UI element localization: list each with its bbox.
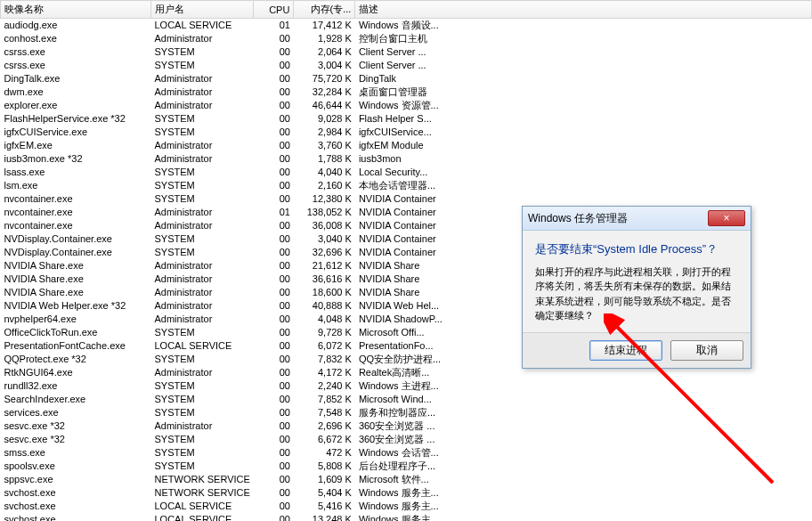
cell: conhost.exe (1, 32, 151, 45)
table-row[interactable]: FlashHelperService.exe *32SYSTEM009,028 … (1, 112, 812, 126)
col-cpu[interactable]: CPU (254, 1, 294, 19)
cell: 9,728 K (294, 326, 355, 339)
table-row[interactable]: services.exeSYSTEM007,548 K服务和控制器应... (1, 406, 812, 419)
cell: SYSTEM (151, 45, 254, 59)
cell: SYSTEM (151, 232, 254, 246)
cell: NVIDIA Web Helper.exe *32 (1, 299, 151, 313)
cell: SYSTEM (151, 326, 254, 339)
cell: 7,852 K (294, 393, 355, 406)
cell: 3,760 K (294, 139, 355, 152)
cell: sesvc.exe *32 (1, 419, 151, 433)
cell: Administrator (151, 85, 254, 99)
cell: iusb3mon.exe *32 (1, 152, 151, 166)
cell: 18,600 K (294, 286, 355, 299)
table-row[interactable]: sesvc.exe *32SYSTEM006,672 K360安全浏览器 ... (1, 433, 812, 446)
col-mem[interactable]: 内存(专... (294, 1, 355, 19)
cancel-button[interactable]: 取消 (670, 340, 743, 361)
cell: 00 (254, 446, 294, 460)
table-row[interactable]: spoolsv.exeSYSTEM005,808 K后台处理程序子... (1, 460, 812, 473)
cell: Flash Helper S... (355, 112, 812, 126)
dialog-titlebar[interactable]: Windows 任务管理器 × (523, 207, 751, 231)
table-row[interactable]: rundll32.exeSYSTEM002,240 KWindows 主进程..… (1, 379, 812, 393)
cell: smss.exe (1, 446, 151, 460)
cell: 00 (254, 393, 294, 406)
col-user[interactable]: 用户名 (151, 1, 254, 19)
cell: 17,412 K (294, 19, 355, 33)
cell: 6,672 K (294, 433, 355, 446)
col-name[interactable]: 映像名称 (1, 1, 151, 19)
table-row[interactable]: lsm.exeSYSTEM002,160 K本地会话管理器... (1, 179, 812, 192)
table-row[interactable]: igfxCUIService.exeSYSTEM002,984 KigfxCUI… (1, 126, 812, 139)
table-row[interactable]: conhost.exeAdministrator001,928 K控制台窗口主机 (1, 32, 812, 45)
cell: SYSTEM (151, 406, 254, 419)
table-row[interactable]: smss.exeSYSTEM00472 KWindows 会话管... (1, 446, 812, 460)
cell: 21,612 K (294, 259, 355, 273)
end-process-button[interactable]: 结束进程 (589, 340, 662, 361)
cell: 本地会话管理器... (355, 179, 812, 192)
cell: 00 (254, 179, 294, 192)
table-row[interactable]: lsass.exeSYSTEM004,040 KLocal Security..… (1, 166, 812, 179)
cell: 1,609 K (294, 473, 355, 486)
cell: NVIDIA Share.exe (1, 259, 151, 273)
cell: 4,172 K (294, 366, 355, 379)
cell: 00 (254, 513, 294, 521)
cell: nvcontainer.exe (1, 219, 151, 232)
table-row[interactable]: dwm.exeAdministrator0032,284 K桌面窗口管理器 (1, 85, 812, 99)
cell: 00 (254, 32, 294, 45)
cell: 00 (254, 419, 294, 433)
cell: NETWORK SERVICE (151, 486, 254, 500)
cell: 6,072 K (294, 339, 355, 353)
cell: 00 (254, 286, 294, 299)
cell: Administrator (151, 152, 254, 166)
table-row[interactable]: nvcontainer.exeSYSTEM0012,380 KNVIDIA Co… (1, 192, 812, 206)
cell: 00 (254, 259, 294, 273)
table-row[interactable]: svchost.exeLOCAL SERVICE0013,248 KWindow… (1, 513, 812, 521)
cell: Administrator (151, 273, 254, 286)
cell: 2,984 K (294, 126, 355, 139)
cell: csrss.exe (1, 45, 151, 59)
cell: NVIDIA Container (355, 192, 812, 206)
table-row[interactable]: explorer.exeAdministrator0046,644 KWindo… (1, 99, 812, 112)
cell: 00 (254, 59, 294, 72)
table-row[interactable]: csrss.exeSYSTEM002,064 KClient Server ..… (1, 45, 812, 59)
cell: 00 (254, 366, 294, 379)
cell: svchost.exe (1, 486, 151, 500)
close-icon[interactable]: × (708, 210, 745, 226)
col-desc[interactable]: 描述 (355, 1, 812, 19)
cell: 00 (254, 379, 294, 393)
cell: 2,240 K (294, 379, 355, 393)
cell: 32,696 K (294, 246, 355, 259)
table-row[interactable]: igfxEM.exeAdministrator003,760 KigfxEM M… (1, 139, 812, 152)
cell: NVIDIA Share.exe (1, 286, 151, 299)
table-row[interactable]: svchost.exeNETWORK SERVICE005,404 KWindo… (1, 486, 812, 500)
cell: DingTalk.exe (1, 72, 151, 85)
cell: Administrator (151, 366, 254, 379)
cell: lsass.exe (1, 166, 151, 179)
cell: SYSTEM (151, 353, 254, 366)
dialog-question: 是否要结束“System Idle Process”？ (535, 241, 738, 257)
table-row[interactable]: sesvc.exe *32Administrator002,696 K360安全… (1, 419, 812, 433)
cell: 00 (254, 273, 294, 286)
cell: Windows 主进程... (355, 379, 812, 393)
cell: Administrator (151, 313, 254, 326)
table-row[interactable]: svchost.exeLOCAL SERVICE005,416 KWindows… (1, 500, 812, 513)
cell: Local Security... (355, 166, 812, 179)
cell: SYSTEM (151, 460, 254, 473)
cell: 4,048 K (294, 313, 355, 326)
table-row[interactable]: sppsvc.exeNETWORK SERVICE001,609 KMicros… (1, 473, 812, 486)
cell: 46,644 K (294, 99, 355, 112)
cell: 00 (254, 313, 294, 326)
cell: RtkNGUI64.exe (1, 366, 151, 379)
cell: 472 K (294, 446, 355, 460)
table-row[interactable]: iusb3mon.exe *32Administrator001,788 Kiu… (1, 152, 812, 166)
cell: 00 (254, 353, 294, 366)
table-row[interactable]: SearchIndexer.exeSYSTEM007,852 KMicrosof… (1, 393, 812, 406)
cell: 控制台窗口主机 (355, 32, 812, 45)
cell: services.exe (1, 406, 151, 419)
cell: 00 (254, 339, 294, 353)
cell: Windows 服务主... (355, 500, 812, 513)
table-row[interactable]: audiodg.exeLOCAL SERVICE0117,412 KWindow… (1, 19, 812, 33)
table-row[interactable]: DingTalk.exeAdministrator0075,720 KDingT… (1, 72, 812, 85)
table-row[interactable]: csrss.exeSYSTEM003,004 KClient Server ..… (1, 59, 812, 72)
cell: Windows 服务主... (355, 486, 812, 500)
